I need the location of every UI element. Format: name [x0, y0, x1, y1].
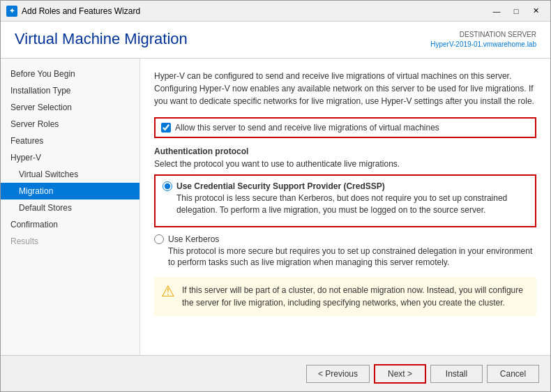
close-button[interactable]: ✕: [527, 4, 545, 18]
kerberos-label: Use Kerberos: [168, 234, 219, 244]
sidebar-item-hyper-v[interactable]: Hyper-V: [1, 149, 139, 166]
footer: < Previous Next > Install Cancel: [1, 355, 550, 391]
sidebar-item-confirmation[interactable]: Confirmation: [1, 216, 139, 233]
window-controls: — □ ✕: [488, 4, 545, 18]
next-button[interactable]: Next >: [374, 364, 426, 384]
header-section: Virtual Machine Migration DESTINATION SE…: [1, 22, 550, 59]
server-name: HyperV-2019-01.vmwarehome.lab: [430, 40, 536, 50]
kerberos-desc: This protocol is more secure but require…: [154, 246, 536, 269]
app-icon: ✦: [6, 6, 17, 17]
title-bar-left: ✦ Add Roles and Features Wizard: [6, 6, 140, 17]
cancel-button[interactable]: Cancel: [487, 365, 539, 383]
sidebar-item-installation-type[interactable]: Installation Type: [1, 82, 139, 99]
warning-box: ⚠ If this server will be part of a clust…: [154, 277, 536, 316]
kerberos-radio[interactable]: [154, 234, 164, 244]
credssp-option: Use Credential Security Support Provider…: [163, 181, 528, 216]
sidebar-item-server-roles[interactable]: Server Roles: [1, 116, 139, 133]
credssp-desc: This protocol is less secure than Kerber…: [163, 193, 528, 216]
sidebar-item-virtual-switches[interactable]: Virtual Switches: [1, 166, 139, 183]
destination-server-info: DESTINATION SERVER HyperV-2019-01.vmware…: [430, 30, 536, 50]
auth-protocol-group: Use Credential Security Support Provider…: [154, 174, 536, 227]
intro-text: Hyper-V can be configured to send and re…: [154, 70, 536, 107]
maximize-button[interactable]: □: [507, 4, 525, 18]
sidebar-item-before-you-begin[interactable]: Before You Begin: [1, 66, 139, 82]
destination-label: DESTINATION SERVER: [430, 30, 536, 40]
main-content: Before You Begin Installation Type Serve…: [1, 59, 550, 355]
credssp-label: Use Credential Security Support Provider…: [176, 181, 385, 191]
sidebar-item-default-stores[interactable]: Default Stores: [1, 199, 139, 216]
sidebar-item-features[interactable]: Features: [1, 133, 139, 149]
auth-section-title: Authentication protocol: [154, 146, 536, 156]
allow-migration-row: Allow this server to send and receive li…: [154, 117, 536, 138]
page-title: Virtual Machine Migration: [15, 30, 188, 48]
main-window: ✦ Add Roles and Features Wizard — □ ✕ Vi…: [0, 0, 551, 392]
kerberos-option: Use Kerberos This protocol is more secur…: [154, 234, 536, 269]
allow-migration-checkbox[interactable]: [161, 123, 171, 133]
sidebar: Before You Begin Installation Type Serve…: [1, 59, 140, 355]
allow-migration-label: Allow this server to send and receive li…: [175, 123, 439, 133]
warning-text: If this server will be part of a cluster…: [182, 284, 529, 309]
sidebar-item-results[interactable]: Results: [1, 233, 139, 250]
sidebar-item-server-selection[interactable]: Server Selection: [1, 99, 139, 116]
auth-section-subtitle: Select the protocol you want to use to a…: [154, 159, 536, 169]
window-title: Add Roles and Features Wizard: [22, 6, 140, 16]
previous-button[interactable]: < Previous: [306, 365, 370, 383]
install-button[interactable]: Install: [430, 365, 483, 383]
title-bar: ✦ Add Roles and Features Wizard — □ ✕: [1, 1, 550, 22]
credssp-radio[interactable]: [163, 181, 172, 191]
sidebar-item-migration[interactable]: Migration: [1, 183, 139, 199]
warning-icon: ⚠: [161, 284, 175, 299]
minimize-button[interactable]: —: [488, 4, 506, 18]
content-area: Hyper-V can be configured to send and re…: [140, 59, 550, 355]
